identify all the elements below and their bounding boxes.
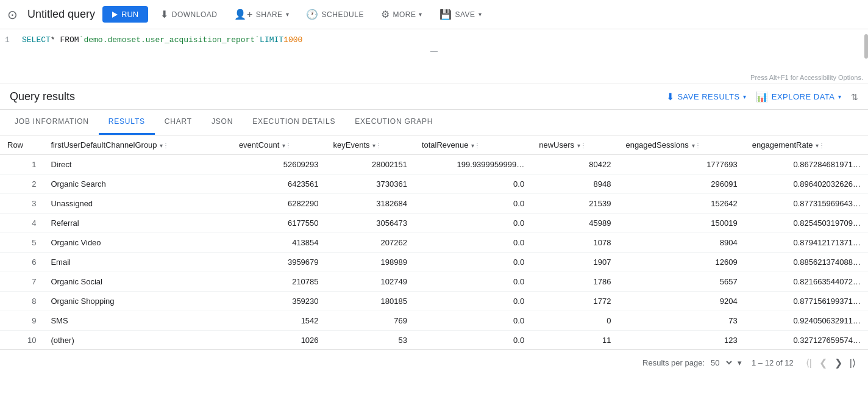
download-label: DOWNLOAD [172,10,218,19]
table-cell: 0.0 [414,311,532,331]
table-cell: 8948 [532,175,618,194]
per-page-selector: Results per page: 50 100 200 ▾ [642,358,742,368]
share-chevron-icon: ▾ [286,11,290,18]
results-table-container[interactable]: RowfirstUserDefaultChannelGroup ▾ ⋮event… [0,135,868,349]
save-chevron-icon: ▾ [478,11,482,18]
engagedSessions-sort-icon[interactable]: ▾ [690,142,695,149]
download-button[interactable]: ⬇ DOWNLOAD [155,5,222,24]
column-header-totalRevenue[interactable]: totalRevenue ▾ ⋮ [414,135,532,155]
per-page-select[interactable]: 50 100 200 [708,358,734,368]
last-page-button[interactable]: |⟩ [847,355,858,371]
eventCount-resize-handle[interactable]: ⋮ [285,142,290,149]
table-cell: Unassigned [43,194,231,214]
table-cell: Direct [43,155,231,175]
engagementRate-resize-handle[interactable]: ⋮ [819,142,824,149]
column-header-firstUserDefaultChannelGroup[interactable]: firstUserDefaultChannelGroup ▾ ⋮ [43,135,231,155]
sql-editor[interactable]: 1 SELECT * FROM `demo.demoset.user_acqui… [0,29,868,84]
table-cell: Referral [43,214,231,233]
column-header-row: Row [0,135,43,155]
totalRevenue-sort-icon[interactable]: ▾ [470,142,475,149]
table-cell: 8904 [618,233,744,253]
firstUserDefaultChannelGroup-resize-handle[interactable]: ⋮ [163,142,168,149]
keyEvents-sort-icon[interactable]: ▾ [371,142,376,149]
table-cell: 123 [618,331,744,350]
explore-data-button[interactable]: 📊 EXPLORE DATA ▾ [756,91,841,103]
table-cell: 5657 [618,272,744,292]
table-cell: 0.327127659574… [745,331,868,350]
table-cell: 10 [0,331,43,350]
table-cell: 21539 [532,194,618,214]
table-cell: 0.0 [414,214,532,233]
tab-json[interactable]: JSON [202,110,243,135]
tab-execution-details[interactable]: EXECUTION DETAILS [243,110,345,135]
totalRevenue-resize-handle[interactable]: ⋮ [474,142,479,149]
table-cell: Organic Search [43,175,231,194]
table-cell: 0 [532,311,618,331]
save-button[interactable]: 💾 SAVE ▾ [435,5,486,24]
editor-line-1: 1 SELECT * FROM `demo.demoset.user_acqui… [0,34,868,46]
schedule-icon: 🕐 [306,9,319,20]
tab-chart[interactable]: CHART [155,110,202,135]
tab-execution-graph[interactable]: EXECUTION GRAPH [345,110,443,135]
table-cell: SMS [43,311,231,331]
table-cell: 8 [0,292,43,311]
keyEvents-resize-handle[interactable]: ⋮ [375,142,380,149]
column-header-newUsers[interactable]: newUsers ▾ ⋮ [532,135,618,155]
sql-table-name: `demo.demoset.user_acquisition_report` [79,35,260,45]
table-cell: 0.0 [414,194,532,214]
explore-data-icon: 📊 [756,91,769,103]
tab-results[interactable]: RESULTS [99,110,155,135]
save-results-icon: ⬇ [666,91,675,103]
table-cell: 11 [532,331,618,350]
table-cell: Organic Social [43,272,231,292]
prev-page-button[interactable]: ❮ [817,355,830,371]
table-cell: 0.0 [414,175,532,194]
table-row: 3Unassigned628229031826840.0215391526420… [0,194,868,214]
results-header: Query results ⬇ SAVE RESULTS ▾ 📊 EXPLORE… [0,84,868,110]
save-label: SAVE [455,10,475,19]
table-cell: 12609 [618,253,744,272]
table-cell: 45989 [532,214,618,233]
column-header-keyEvents[interactable]: keyEvents ▾ ⋮ [326,135,414,155]
line-number: 1 [5,35,22,45]
save-results-chevron-icon: ▾ [743,93,747,100]
table-cell: 3959679 [232,253,326,272]
more-button[interactable]: ⚙ MORE ▾ [376,5,427,24]
sql-select-keyword: SELECT [22,35,51,45]
table-cell: 1786 [532,272,618,292]
next-page-button[interactable]: ❯ [832,355,845,371]
table-cell: 1542 [232,311,326,331]
schedule-button[interactable]: 🕐 SCHEDULE [301,5,369,24]
column-header-engagementRate[interactable]: engagementRate ▾ ⋮ [745,135,868,155]
table-cell: 0.0 [414,233,532,253]
column-header-engagedSessions[interactable]: engagedSessions ▾ ⋮ [618,135,744,155]
engagementRate-sort-icon[interactable]: ▾ [814,142,819,149]
first-page-button[interactable]: ⟨| [803,355,814,371]
save-results-button[interactable]: ⬇ SAVE RESULTS ▾ [666,91,746,103]
table-row: 9SMS15427690.00730.924050632911… [0,311,868,331]
share-button[interactable]: 👤+ SHARE ▾ [229,5,294,24]
run-button[interactable]: RUN [102,6,148,23]
pagination-text: 1 – 12 of 12 [752,358,794,367]
table-cell: 4 [0,214,43,233]
column-header-eventCount[interactable]: eventCount ▾ ⋮ [232,135,326,155]
table-cell: 0.885621374088… [745,253,868,272]
table-cell: 6423561 [232,175,326,194]
engagedSessions-resize-handle[interactable]: ⋮ [695,142,700,149]
download-icon: ⬇ [160,9,169,20]
firstUserDefaultChannelGroup-sort-icon[interactable]: ▾ [158,142,163,149]
tab-job-information[interactable]: JOB INFORMATION [5,110,99,135]
eventCount-sort-icon[interactable]: ▾ [280,142,285,149]
table-cell: 769 [326,311,414,331]
table-cell: 0.877315969643… [745,194,868,214]
explore-data-chevron-icon: ▾ [838,93,842,100]
newUsers-sort-icon[interactable]: ▾ [575,142,580,149]
explore-data-label: EXPLORE DATA [772,92,835,101]
results-actions: ⬇ SAVE RESULTS ▾ 📊 EXPLORE DATA ▾ ⇅ [666,91,858,103]
table-cell: 152642 [618,194,744,214]
newUsers-resize-handle[interactable]: ⋮ [580,142,585,149]
editor-scrollbar[interactable] [864,34,868,59]
run-label: RUN [121,10,138,19]
expand-collapse-button[interactable]: ⇅ [851,92,858,102]
table-row: 6Email39596791989890.01907126090.8856213… [0,253,868,272]
